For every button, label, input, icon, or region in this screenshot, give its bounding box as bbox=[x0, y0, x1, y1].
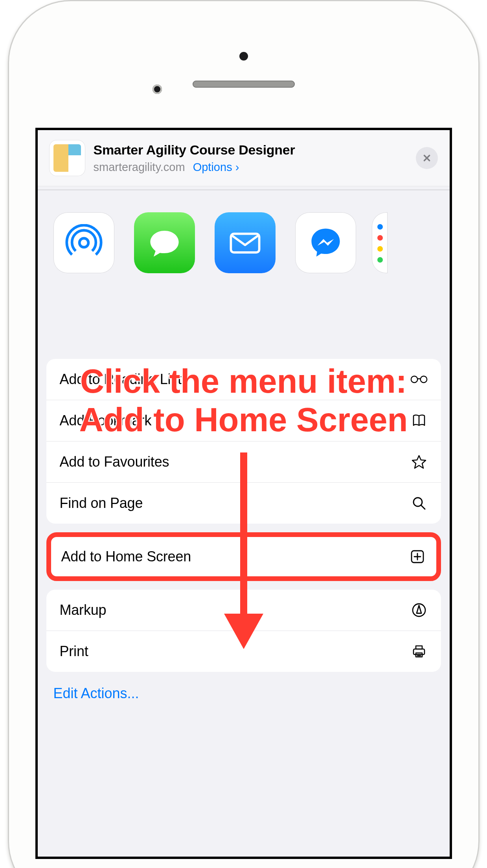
action-label: Find on Page bbox=[60, 495, 143, 511]
phone-frame: Smarter Agility Course Designer smartera… bbox=[8, 0, 480, 868]
markup-icon bbox=[410, 601, 428, 619]
action-label: Add Bookmark bbox=[60, 412, 152, 429]
site-favicon bbox=[50, 140, 85, 176]
svg-point-5 bbox=[420, 376, 427, 383]
action-group-highlighted: Add to Home Screen bbox=[46, 532, 441, 581]
action-label: Print bbox=[60, 643, 88, 660]
printer-icon bbox=[410, 643, 428, 660]
action-markup[interactable]: Markup bbox=[46, 590, 441, 631]
action-add-bookmark[interactable]: Add Bookmark bbox=[46, 400, 441, 441]
phone-screen: Smarter Agility Course Designer smartera… bbox=[35, 128, 452, 859]
svg-point-4 bbox=[411, 376, 417, 383]
action-label: Markup bbox=[60, 602, 107, 618]
search-icon bbox=[410, 495, 428, 512]
action-label: Add to Reading List bbox=[60, 371, 182, 388]
messages-icon bbox=[146, 224, 183, 261]
messenger-icon bbox=[307, 224, 344, 261]
action-add-reading-list[interactable]: Add to Reading List bbox=[46, 359, 441, 400]
mail-icon bbox=[226, 224, 264, 261]
svg-point-0 bbox=[79, 238, 88, 247]
share-app-airdrop[interactable] bbox=[50, 212, 118, 273]
glasses-icon bbox=[410, 371, 428, 388]
close-icon bbox=[422, 153, 432, 163]
share-app-messages[interactable] bbox=[130, 212, 199, 273]
share-title: Smarter Agility Course Designer bbox=[94, 142, 416, 158]
airdrop-icon bbox=[65, 224, 103, 261]
action-print[interactable]: Print bbox=[46, 631, 441, 672]
edit-actions-link[interactable]: Edit Actions... bbox=[53, 685, 434, 702]
action-group-0-obscured bbox=[46, 303, 441, 350]
share-app-more-peek[interactable] bbox=[372, 212, 388, 273]
action-label: Add to Favourites bbox=[60, 454, 169, 470]
action-group-1: Add to Reading List Add Bookmark Add to … bbox=[46, 359, 441, 524]
share-app-row[interactable] bbox=[38, 190, 450, 281]
share-app-mail[interactable] bbox=[211, 212, 279, 273]
action-group-2: Markup Print bbox=[46, 590, 441, 672]
svg-rect-10 bbox=[416, 646, 422, 649]
action-add-home-screen[interactable]: Add to Home Screen bbox=[51, 537, 436, 576]
action-add-favourites[interactable]: Add to Favourites bbox=[46, 441, 441, 483]
svg-rect-9 bbox=[413, 649, 425, 655]
svg-point-6 bbox=[413, 498, 422, 506]
plus-square-icon bbox=[409, 548, 426, 565]
share-options-link[interactable]: Options › bbox=[193, 161, 239, 173]
close-button[interactable] bbox=[416, 147, 438, 169]
book-icon bbox=[410, 412, 428, 429]
sensor-dot bbox=[239, 52, 248, 61]
star-icon bbox=[410, 453, 428, 471]
action-label: Add to Home Screen bbox=[61, 548, 191, 565]
share-subtitle: smarteragility.com Options › bbox=[94, 160, 416, 174]
camera-dot bbox=[153, 85, 162, 94]
share-domain: smarteragility.com bbox=[94, 161, 185, 173]
share-sheet-header: Smarter Agility Course Designer smartera… bbox=[38, 130, 450, 186]
speaker-slot bbox=[193, 81, 295, 88]
action-find-on-page[interactable]: Find on Page bbox=[46, 483, 441, 524]
share-app-messenger[interactable] bbox=[291, 212, 360, 273]
